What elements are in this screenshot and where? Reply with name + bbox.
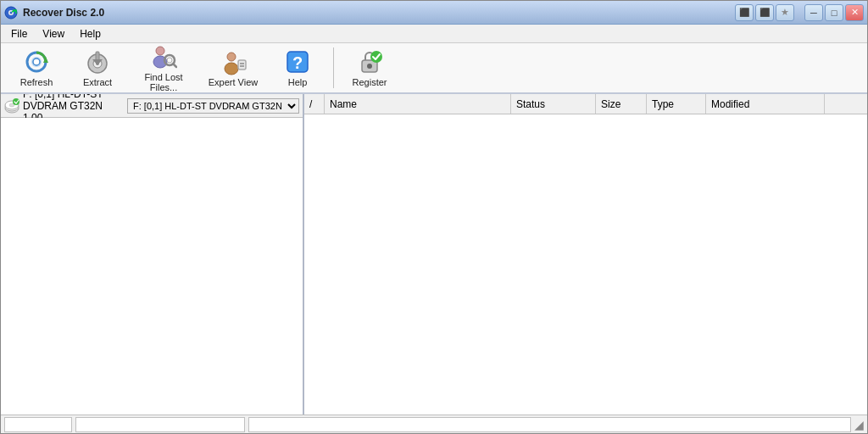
app-icon [4,6,18,19]
drive-selector: F: [0,1] HL-DT-ST DVDRAM GT32N 1.00 F: [… [1,94,303,118]
main-window: Recover Disc 2.0 ⬛ ⬛ ★ ─ □ ✕ File View H… [0,0,868,434]
menu-file[interactable]: File [4,26,34,42]
status-bar: ◢ [1,415,867,433]
status-pane [4,417,72,432]
status-pane-3 [248,417,851,432]
svg-rect-19 [238,60,246,70]
svg-point-6 [33,58,40,65]
maximize-button[interactable]: □ [825,4,843,21]
toolbar-separator [333,47,334,88]
register-button[interactable]: Register [341,46,398,90]
expert-view-label: Expert View [209,77,259,87]
menu-bar: File View Help [1,25,867,43]
find-lost-files-label: Find Lost Files... [136,72,192,92]
resize-grip: ◢ [854,418,864,431]
col-header-size[interactable]: Size [596,94,647,114]
register-label: Register [353,77,387,87]
refresh-label: Refresh [20,77,53,87]
svg-point-17 [227,53,236,61]
svg-point-18 [225,63,238,75]
file-list-header: / Name Status Size Type Modified [304,94,867,114]
close-button[interactable]: ✕ [845,4,864,21]
expert-view-icon [220,48,247,75]
left-panel: F: [0,1] HL-DT-ST DVDRAM GT32N 1.00 F: [… [1,94,304,415]
svg-text:?: ? [292,53,303,72]
help-button[interactable]: ? Help [269,46,326,90]
svg-line-15 [174,64,177,68]
find-lost-files-button[interactable]: Find Lost Files... [130,46,198,90]
drive-icon [4,98,19,114]
toolbar: Refresh Extract [1,43,867,94]
title-buttons: ⬛ ⬛ ★ ─ □ ✕ [735,4,864,21]
menu-help[interactable]: Help [73,26,108,42]
help-icon: ? [284,48,311,75]
window-title: Recover Disc 2.0 [23,7,104,19]
expert-view-button[interactable]: Expert View [201,46,265,90]
refresh-icon [23,48,50,75]
svg-point-31 [13,98,19,105]
svg-point-12 [156,47,164,55]
minimize-button[interactable]: ─ [804,4,823,21]
extract-label: Extract [83,77,112,87]
extract-button[interactable]: Extract [69,46,126,90]
register-icon [356,48,383,75]
svg-point-16 [167,58,172,63]
menu-view[interactable]: View [36,26,71,42]
find-lost-files-icon [150,43,177,70]
status-pane-2 [75,417,245,432]
main-area: F: [0,1] HL-DT-ST DVDRAM GT32N 1.00 F: [… [1,94,867,415]
col-header-slash[interactable]: / [304,94,325,114]
tree-area [1,118,303,415]
col-header-modified[interactable]: Modified [706,94,825,114]
svg-point-25 [367,64,372,69]
right-panel: / Name Status Size Type Modified [304,94,867,415]
title-bar: Recover Disc 2.0 ⬛ ⬛ ★ ─ □ ✕ [1,1,867,25]
col-header-status[interactable]: Status [511,94,596,114]
extract-icon [84,48,111,75]
title-left: Recover Disc 2.0 [4,6,104,19]
title-btn-star[interactable]: ★ [776,4,794,21]
refresh-button[interactable]: Refresh [8,46,65,90]
col-header-name[interactable]: Name [325,94,511,114]
title-btn-2[interactable]: ⬛ [755,4,774,21]
title-btn-1[interactable]: ⬛ [735,4,754,21]
help-label: Help [288,77,308,87]
col-header-type[interactable]: Type [647,94,706,114]
drive-dropdown[interactable]: F: [0,1] HL-DT-ST DVDRAM GT32N [127,98,299,114]
file-list-body [304,114,867,415]
